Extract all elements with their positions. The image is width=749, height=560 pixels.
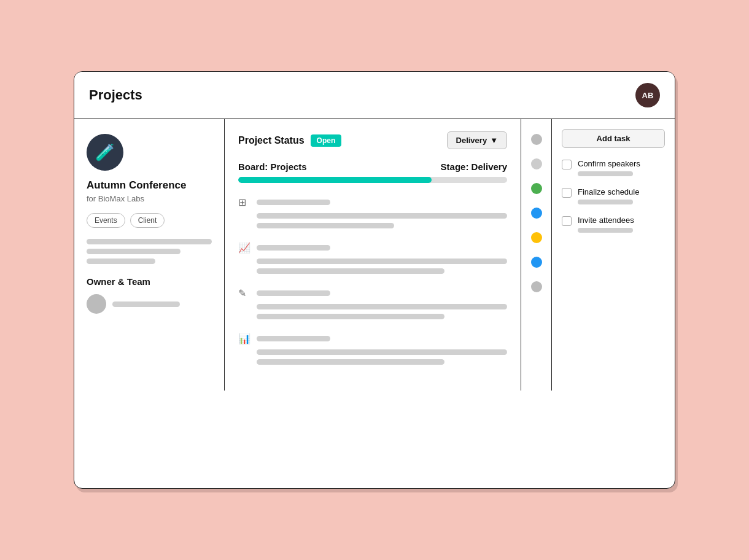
header: Projects AB: [74, 72, 675, 119]
center-panel: Project Status Open Delivery ▼ Board: Pr…: [225, 119, 521, 391]
project-client: for BioMax Labs: [87, 194, 212, 203]
project-status-row: Project Status Open Delivery ▼: [238, 131, 507, 149]
section-header-skeleton: [257, 200, 330, 205]
main-layout: 🧪 Autumn Conference for BioMax Labs Even…: [74, 119, 675, 391]
section-lines-4: [238, 349, 507, 365]
section-block-header-2: 📈: [238, 242, 507, 254]
linechart-icon: 📈: [238, 242, 250, 254]
section-lines-2: [238, 259, 507, 274]
task-content-3: Invite attendees: [578, 216, 634, 233]
app-window: Projects AB 🧪 Autumn Conference for BioM…: [74, 71, 675, 489]
owner-row: [87, 294, 212, 314]
dot-1: [531, 134, 542, 145]
status-label: Project Status: [238, 135, 305, 146]
skeleton-line: [87, 259, 155, 264]
section-block-1: ⊞: [238, 196, 507, 228]
skeleton-line: [257, 223, 394, 228]
task-skeleton-1: [578, 171, 633, 176]
sidebar-skeleton-lines: [87, 239, 212, 264]
task-content-1: Confirm speakers: [578, 159, 640, 176]
dot-3: [531, 183, 542, 194]
project-name: Autumn Conference: [87, 179, 212, 192]
board-label: Board: Projects: [238, 161, 307, 172]
dot-2: [531, 158, 542, 169]
tags: Events Client: [87, 213, 212, 228]
section-header-skeleton: [257, 290, 330, 296]
skeleton-line: [257, 314, 444, 319]
dot-6: [531, 257, 542, 268]
section-block-header-3: ✎: [238, 287, 507, 299]
skeleton-line: [257, 359, 444, 365]
task-checkbox-2[interactable]: [562, 188, 572, 198]
section-header-skeleton: [257, 336, 330, 341]
task-skeleton-3: [578, 228, 633, 233]
owner-section-title: Owner & Team: [87, 276, 212, 287]
task-label-1: Confirm speakers: [578, 159, 640, 168]
tag-client[interactable]: Client: [130, 213, 165, 228]
board-stage-row: Board: Projects Stage: Delivery: [238, 161, 507, 172]
dot-5: [531, 232, 542, 243]
add-task-button[interactable]: Add task: [562, 129, 665, 148]
task-checkbox-1[interactable]: [562, 160, 572, 169]
task-item-2: Finalize schedule: [562, 187, 665, 204]
task-label-3: Invite attendees: [578, 216, 634, 225]
barchart-icon: 📊: [238, 333, 250, 344]
skeleton-line: [257, 213, 507, 219]
section-lines-3: [238, 304, 507, 319]
dots-column: [521, 119, 552, 391]
chevron-down-icon: ▼: [490, 136, 498, 145]
task-content-2: Finalize schedule: [578, 187, 639, 204]
task-skeleton-2: [578, 200, 633, 204]
stage-label: Stage: Delivery: [441, 161, 507, 172]
section-block-header-4: 📊: [238, 333, 507, 344]
flask-icon: 🧪: [95, 143, 115, 162]
skeleton-line: [257, 349, 507, 355]
skeleton-line: [87, 249, 180, 254]
task-item-1: Confirm speakers: [562, 159, 665, 176]
sidebar: 🧪 Autumn Conference for BioMax Labs Even…: [74, 119, 225, 391]
owner-name-skeleton: [112, 301, 180, 307]
skeleton-line: [257, 268, 444, 274]
skeleton-line: [257, 259, 507, 264]
section-block-header-1: ⊞: [238, 196, 507, 208]
delivery-label: Delivery: [456, 136, 487, 145]
avatar[interactable]: AB: [635, 83, 660, 107]
skeleton-line: [87, 239, 212, 244]
skeleton-line: [257, 304, 507, 309]
tasks-panel: Add task Confirm speakers Finalize sched…: [552, 119, 675, 391]
task-item-3: Invite attendees: [562, 216, 665, 233]
section-header-skeleton: [257, 245, 330, 251]
task-label-2: Finalize schedule: [578, 187, 639, 196]
dot-7: [531, 281, 542, 292]
section-block-3: ✎: [238, 287, 507, 319]
section-block-4: 📊: [238, 333, 507, 365]
task-checkbox-3[interactable]: [562, 216, 572, 226]
edit-icon: ✎: [238, 287, 250, 299]
tag-events[interactable]: Events: [87, 213, 125, 228]
progress-bar-fill: [238, 177, 432, 183]
section-lines-1: [238, 213, 507, 228]
dot-4: [531, 208, 542, 219]
progress-bar-bg: [238, 177, 507, 183]
open-badge: Open: [311, 134, 342, 147]
section-block-2: 📈: [238, 242, 507, 274]
delivery-button[interactable]: Delivery ▼: [447, 131, 507, 149]
page-title: Projects: [89, 87, 142, 103]
owner-avatar: [87, 294, 106, 314]
status-left: Project Status Open: [238, 134, 341, 147]
project-icon: 🧪: [87, 134, 123, 171]
table-icon: ⊞: [238, 196, 250, 208]
